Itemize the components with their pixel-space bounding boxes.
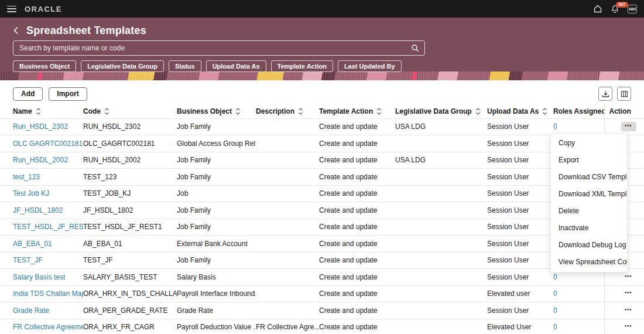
roles-assigned-link[interactable]: 0 bbox=[553, 289, 557, 298]
template-name-link[interactable]: TEST_JF bbox=[13, 256, 43, 264]
template-name-link[interactable]: JF_HSDL_1802 bbox=[13, 206, 63, 214]
upload-data-as-cell: Elevated user bbox=[487, 289, 530, 298]
manage-columns-button[interactable] bbox=[617, 87, 631, 101]
code-cell: OLC_GAGRTC002181 bbox=[83, 139, 155, 148]
template-name-link[interactable]: Test Job KJ bbox=[13, 189, 49, 197]
template-action-cell: Create and update bbox=[319, 289, 377, 298]
table-row: JF_HSDL_1802JF_HSDL_1802Job FamilyCreate… bbox=[0, 202, 644, 219]
column-header-code[interactable]: Code bbox=[83, 104, 177, 118]
filter-chip-template-action[interactable]: Template Action bbox=[271, 60, 333, 72]
roles-assigned-link[interactable]: 0 bbox=[553, 273, 557, 281]
column-header-business-object[interactable]: Business Object bbox=[177, 104, 256, 118]
table-row: TEST_JFTEST_JFJob FamilyCreate and updat… bbox=[0, 252, 644, 269]
template-name-link[interactable]: TEST_HSDL_JF_REST1 bbox=[13, 223, 83, 231]
template-name-link[interactable]: Salary Basis test bbox=[13, 273, 65, 281]
column-label: Description bbox=[256, 107, 294, 115]
template-name-link[interactable]: OLC GAGRTC002181 bbox=[13, 139, 83, 148]
column-label: Action bbox=[609, 107, 631, 115]
search-button[interactable] bbox=[407, 42, 423, 54]
template-action-cell: Create and update bbox=[319, 223, 377, 231]
business-object-cell: Job Family bbox=[177, 206, 211, 214]
column-header-action: Action bbox=[604, 104, 644, 118]
table-row: Test Job KJTEST_JOB_KJJobCreate and upda… bbox=[0, 185, 644, 202]
column-header-upload-data-as[interactable]: Upload Data As bbox=[487, 104, 553, 118]
template-name-link[interactable]: Grade Rate bbox=[13, 306, 49, 315]
business-object-cell: Salary Basis bbox=[177, 273, 216, 281]
global-header: ORACLE 307 HH bbox=[0, 0, 644, 18]
template-action-cell: Create and update bbox=[319, 156, 377, 164]
code-cell: TEST_JOB_KJ bbox=[83, 189, 131, 197]
avatar[interactable]: HH bbox=[628, 5, 637, 13]
hamburger-menu-icon[interactable] bbox=[7, 6, 16, 12]
column-header-roles-assigned[interactable]: Roles Assigned bbox=[553, 104, 604, 118]
business-object-cell: Grade Rate bbox=[177, 306, 213, 315]
template-action-cell: Create and update bbox=[319, 273, 377, 281]
row-actions-button[interactable]: ⋯ bbox=[621, 289, 636, 298]
template-action-cell: Create and update bbox=[319, 306, 377, 315]
filter-chip-last-updated-by[interactable]: Last Updated By bbox=[338, 60, 402, 72]
roles-assigned-link[interactable]: 0 bbox=[553, 306, 557, 315]
sort-icon bbox=[36, 108, 41, 115]
column-header-name[interactable]: Name bbox=[0, 104, 83, 118]
business-object-cell: Payroll Interface Inbound... bbox=[177, 289, 256, 298]
download-icon bbox=[602, 90, 609, 98]
template-action-cell: Create and update bbox=[319, 139, 377, 148]
template-name-link[interactable]: FR Collective Agreement bbox=[13, 323, 83, 331]
menu-item-download-debug-log[interactable]: Download Debug Log bbox=[551, 237, 627, 254]
menu-item-download-xml-template[interactable]: Download XML Template bbox=[551, 186, 627, 203]
home-button[interactable] bbox=[593, 4, 602, 13]
filter-chip-upload-data-as[interactable]: Upload Data As bbox=[206, 60, 266, 72]
menu-item-view-spreadsheet-columns[interactable]: View Spreadsheet Columns bbox=[551, 254, 627, 271]
filter-chip-legislative-data-group[interactable]: Legislative Data Group bbox=[81, 60, 164, 72]
import-button[interactable]: Import bbox=[49, 87, 87, 101]
notification-badge: 307 bbox=[616, 2, 628, 8]
template-name-link[interactable]: Run_HSDL_2002 bbox=[13, 156, 68, 164]
template-name-link[interactable]: AB_EBA_01 bbox=[13, 240, 52, 248]
template-name-link[interactable]: test_123 bbox=[13, 173, 40, 181]
menu-item-copy[interactable]: Copy bbox=[551, 135, 627, 152]
download-button[interactable] bbox=[598, 87, 612, 101]
column-label: Template Action bbox=[319, 107, 373, 115]
column-header-legislative-data-group[interactable]: Legislative Data Group bbox=[395, 104, 487, 118]
table-row: Run_HSDL_2302RUN_HSDL_2302Job FamilyCrea… bbox=[0, 118, 644, 135]
business-object-cell: Job Family bbox=[177, 122, 211, 131]
row-actions-button[interactable]: ⋯ bbox=[621, 272, 636, 282]
menu-item-export[interactable]: Export bbox=[551, 152, 627, 169]
sort-icon bbox=[475, 108, 481, 115]
column-header-template-action[interactable]: Template Action bbox=[319, 104, 395, 118]
page-title: Spreadsheet Templates bbox=[26, 25, 146, 37]
sort-icon bbox=[376, 108, 382, 115]
roles-assigned-link[interactable]: 0 bbox=[553, 323, 557, 331]
code-cell: JF_HSDL_1802 bbox=[83, 206, 133, 214]
filter-chip-business-object[interactable]: Business Object bbox=[13, 60, 76, 72]
notifications-button[interactable]: 307 bbox=[611, 4, 619, 13]
code-cell: TEST_HSDL_JF_REST1 bbox=[83, 223, 162, 231]
filter-chip-row: Business ObjectLegislative Data GroupSta… bbox=[0, 56, 644, 72]
template-name-link[interactable]: India TDS Challan Mappir bbox=[13, 289, 83, 298]
template-action-cell: Create and update bbox=[319, 189, 377, 197]
filter-chip-status[interactable]: Status bbox=[169, 60, 201, 72]
home-icon bbox=[593, 4, 602, 13]
column-header-description[interactable]: Description bbox=[256, 104, 319, 118]
roles-assigned-link[interactable]: 0 bbox=[553, 122, 557, 131]
content-area: Add Import NameCodeBusiness ObjectDescri… bbox=[0, 87, 644, 334]
sort-icon bbox=[235, 108, 241, 115]
table-body: Run_HSDL_2302RUN_HSDL_2302Job FamilyCrea… bbox=[0, 118, 644, 334]
row-actions-button[interactable]: ⋯ bbox=[621, 122, 636, 131]
back-button[interactable] bbox=[13, 26, 19, 35]
code-cell: AB_EBA_01 bbox=[83, 240, 122, 248]
menu-item-download-csv-template[interactable]: Download CSV Template bbox=[551, 169, 627, 186]
template-name-link[interactable]: Run_HSDL_2302 bbox=[13, 122, 68, 131]
menu-item-inactivate[interactable]: Inactivate bbox=[551, 220, 627, 237]
row-actions-button[interactable]: ⋯ bbox=[621, 322, 636, 332]
add-button[interactable]: Add bbox=[13, 87, 43, 101]
search-input[interactable] bbox=[13, 40, 425, 56]
code-cell: SALARY_BASIS_TEST bbox=[83, 273, 157, 281]
table-row: Grade RateORA_PER_GRADE_RATEGrade RateCr… bbox=[0, 302, 644, 319]
template-action-cell: Create and update bbox=[319, 323, 377, 331]
code-cell: ORA_PER_GRADE_RATE bbox=[83, 306, 168, 315]
table-row: Run_HSDL_2002RUN_HSDL_2002Job FamilyCrea… bbox=[0, 152, 644, 169]
table-row: OLC GAGRTC002181OLC_GAGRTC002181Global A… bbox=[0, 135, 644, 152]
row-actions-button[interactable]: ⋯ bbox=[621, 306, 636, 315]
menu-item-delete[interactable]: Delete bbox=[551, 203, 627, 220]
